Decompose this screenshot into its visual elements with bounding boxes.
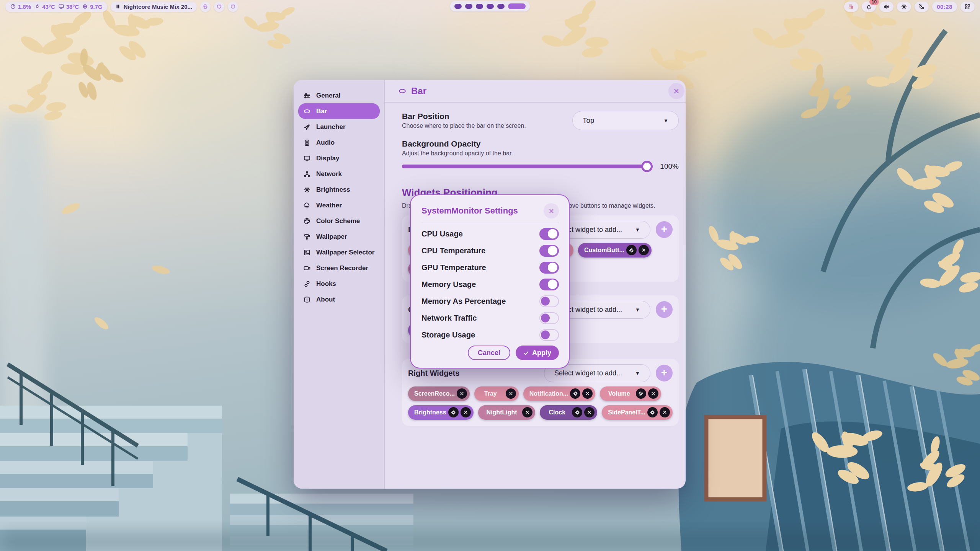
close-icon <box>641 248 646 253</box>
opacity-slider-handle[interactable] <box>641 161 653 172</box>
clock-pill[interactable]: 00:28 <box>932 2 957 12</box>
opacity-slider[interactable] <box>402 165 651 168</box>
widget-chip-clock[interactable]: Clock <box>540 405 598 420</box>
brightness-pill[interactable] <box>897 2 911 12</box>
workspace-dot-1[interactable] <box>454 4 462 9</box>
left-widgets-add-button[interactable]: + <box>656 221 673 238</box>
center-widgets-add-button[interactable]: + <box>656 301 673 318</box>
sidebar-item-general[interactable]: General <box>298 88 380 103</box>
widget-chip-sidepanel[interactable]: SidePanelT... <box>602 405 673 420</box>
cancel-button[interactable]: Cancel <box>468 346 510 360</box>
oval-icon <box>398 87 407 95</box>
modal-title: SystemMonitor Settings <box>421 206 518 216</box>
settings-sidebar: General Bar Launcher Audio Display Netwo… <box>294 80 385 489</box>
toggle-storage-usage[interactable] <box>539 329 559 341</box>
workspace-dot-5[interactable] <box>497 4 505 9</box>
chip-remove-button[interactable] <box>506 388 516 399</box>
sidebar-item-screen-recorder[interactable]: Screen Recorder <box>298 260 380 276</box>
toggle-memory-usage[interactable] <box>539 279 559 290</box>
chip-gear-button[interactable] <box>626 245 637 255</box>
monitor-icon <box>58 3 64 10</box>
right-widgets-add-button[interactable]: + <box>656 365 673 381</box>
toggle-network-traffic[interactable] <box>539 312 559 324</box>
toggle-cpu-usage[interactable] <box>539 228 559 240</box>
sidebar-item-display[interactable]: Display <box>298 150 380 166</box>
sidebar-item-label: General <box>316 92 340 99</box>
chip-remove-button[interactable] <box>660 407 670 417</box>
paint-roller-icon <box>303 233 311 241</box>
sidebar-item-bar[interactable]: Bar <box>298 103 380 119</box>
toggle-label-storage-usage: Storage Usage <box>421 331 475 339</box>
cpu-temp-value: 43°C <box>42 3 55 10</box>
widget-chip-nightlight[interactable]: NightLight <box>478 405 535 420</box>
sidebar-item-label: About <box>316 296 335 303</box>
workspace-dot-4[interactable] <box>487 4 494 9</box>
bar-position-description: Choose where to place the bar on the scr… <box>402 122 526 129</box>
toggle-cpu-temperature[interactable] <box>539 245 559 257</box>
top-bar: 1.8% 43°C 38°C 9.7G Nightcore Music Mix … <box>0 0 980 13</box>
sidebar-item-hooks[interactable]: Hooks <box>298 276 380 292</box>
modal-close-button[interactable] <box>544 203 559 218</box>
custom-button-skull[interactable] <box>200 2 211 12</box>
sidebar-item-wallpaper[interactable]: Wallpaper <box>298 229 380 245</box>
chip-remove-button[interactable] <box>584 407 595 417</box>
chip-gear-button[interactable] <box>448 407 459 417</box>
chip-gear-button[interactable] <box>572 407 582 417</box>
sidebar-item-about[interactable]: About <box>298 292 380 307</box>
gear-icon <box>451 410 456 415</box>
widget-chip-tray[interactable]: Tray <box>474 386 519 401</box>
custom-button-heart-2[interactable] <box>228 2 238 12</box>
chip-gear-button[interactable] <box>570 388 580 399</box>
background-opacity-description: Adjust the background opacity of the bar… <box>402 150 679 157</box>
toggle-gpu-temperature[interactable] <box>539 262 559 274</box>
chip-remove-button[interactable] <box>648 388 658 399</box>
system-stats-pill[interactable]: 1.8% 43°C 38°C 9.7G <box>5 2 107 12</box>
apply-button[interactable]: Apply <box>516 346 559 360</box>
sidebar-item-network[interactable]: Network <box>298 166 380 182</box>
heart-icon <box>230 4 236 10</box>
workspace-active-6[interactable] <box>508 3 526 9</box>
chip-gear-button[interactable] <box>647 407 658 417</box>
widget-chip-screenrecorder[interactable]: ScreenReco... <box>408 386 470 401</box>
chip-remove-button[interactable] <box>457 388 467 399</box>
toggle-memory-as-percentage[interactable] <box>539 295 559 307</box>
chip-gear-button[interactable] <box>636 388 646 399</box>
sidebar-item-wallpaper-selector[interactable]: Wallpaper Selector <box>298 245 380 260</box>
nightlight-pill[interactable] <box>915 2 929 12</box>
bar-position-label: Bar Position <box>402 112 526 121</box>
widget-chip-custombutton[interactable]: CustomButt... <box>578 243 652 258</box>
chip-remove-button[interactable] <box>461 407 471 417</box>
sidebar-item-label: Audio <box>316 139 335 147</box>
notifications-pill[interactable]: 10 <box>862 2 876 12</box>
widget-chip-brightness[interactable]: Brightness <box>408 405 474 420</box>
sidebar-item-launcher[interactable]: Launcher <box>298 119 380 135</box>
sidebar-item-color-scheme[interactable]: Color Scheme <box>298 213 380 229</box>
widget-chip-notifications[interactable]: Notification... <box>523 386 595 401</box>
cpu-usage-stat: 1.8% <box>10 3 31 10</box>
chip-remove-button[interactable] <box>639 245 649 255</box>
gear-icon <box>573 391 578 396</box>
workspace-dot-2[interactable] <box>465 4 472 9</box>
notification-badge: 10 <box>869 0 879 5</box>
systray-pill[interactable] <box>844 2 858 12</box>
widget-chip-volume[interactable]: Volume <box>600 386 661 401</box>
sidebar-item-label: Hooks <box>316 280 336 288</box>
workspace-dot-3[interactable] <box>476 4 483 9</box>
bar-position-select[interactable]: Top ▼ <box>572 111 679 130</box>
right-widgets-section: Right Widgets Select widget to add... ▼ … <box>402 359 679 426</box>
network-icon <box>303 170 311 178</box>
sidebar-item-weather[interactable]: Weather <box>298 197 380 213</box>
dashboard-pill[interactable] <box>960 2 975 12</box>
volume-pill[interactable] <box>879 2 893 12</box>
sidebar-item-audio[interactable]: Audio <box>298 135 380 150</box>
sidebar-item-brightness[interactable]: Brightness <box>298 182 380 197</box>
window-close-button[interactable] <box>668 83 684 99</box>
chip-remove-button[interactable] <box>522 407 532 417</box>
sidebar-item-label: Wallpaper Selector <box>316 249 374 256</box>
chip-remove-button[interactable] <box>582 388 593 399</box>
rocket-icon <box>303 123 311 131</box>
custom-button-heart-1[interactable] <box>214 2 224 12</box>
media-player-pill[interactable]: Nightcore Music Mix 20... <box>111 2 197 12</box>
moon-off-icon <box>918 3 925 10</box>
pause-icon <box>115 4 121 9</box>
